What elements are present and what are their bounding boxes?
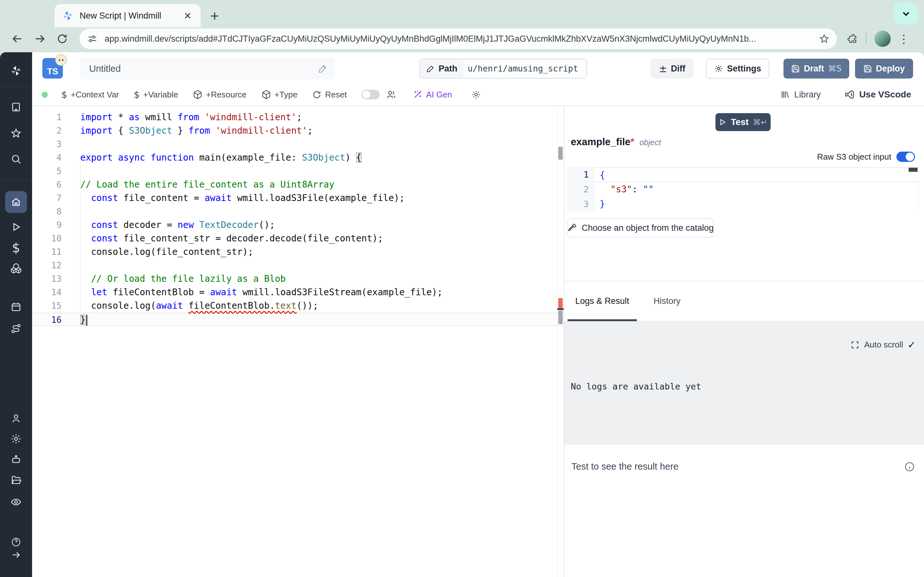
code-line[interactable]: 3: [32, 137, 564, 151]
line-number: 7: [32, 191, 80, 205]
line-number: 10: [32, 232, 80, 245]
json-input-editor[interactable]: 1{2 "s3": ""3}: [567, 166, 919, 213]
sidebar-item-variables[interactable]: $: [12, 242, 20, 254]
add-resource-button[interactable]: +Resource: [193, 90, 246, 100]
sidebar-item-schedules[interactable]: [10, 301, 22, 313]
sidebar-item-resources[interactable]: [10, 263, 22, 274]
code-line[interactable]: 14 let fileContentBlob = await wmill.loa…: [32, 285, 564, 299]
code-line[interactable]: 16}: [32, 313, 564, 326]
sidebar-item-audit-logs[interactable]: [10, 496, 22, 508]
site-settings-icon[interactable]: [87, 34, 97, 44]
settings-button[interactable]: Settings: [706, 59, 770, 79]
sidebar-item-workers[interactable]: [10, 454, 22, 466]
code-line[interactable]: 7 const file_content = await wmill.loadS…: [32, 191, 564, 205]
code-line[interactable]: 15 console.log(await fileContentBlob.tex…: [32, 299, 564, 313]
code-line[interactable]: 8: [32, 205, 564, 218]
language-badge: TS: [42, 58, 63, 79]
library-icon: [780, 90, 790, 99]
path-button[interactable]: Path u/henri/amusing_script: [419, 59, 587, 79]
sidebar-item-flows[interactable]: [10, 323, 22, 334]
raw-s3-toggle[interactable]: [897, 152, 915, 162]
sidebar-item-home[interactable]: [5, 191, 27, 213]
library-button[interactable]: Library: [780, 90, 821, 100]
tab-close-icon[interactable]: [181, 9, 194, 22]
sidebar-item-workspace[interactable]: [10, 101, 22, 113]
draft-shortcut: ⌘S: [828, 64, 842, 73]
browser-menu-icon[interactable]: ⋮: [898, 32, 909, 45]
choose-object-button[interactable]: Choose an object from the catalog: [567, 218, 714, 237]
line-number: 6: [32, 178, 80, 191]
code-line[interactable]: 10 const file_content_str = decoder.deco…: [32, 232, 564, 245]
dollar-icon: $: [134, 89, 140, 100]
code-line[interactable]: 13 // Or load the file lazily as a Blob: [32, 272, 564, 285]
add-context-var-button[interactable]: $ +Context Var: [61, 89, 119, 100]
sidebar-item-runs[interactable]: [10, 221, 22, 233]
expand-icon[interactable]: [851, 340, 859, 350]
forward-button[interactable]: [31, 30, 49, 48]
code-line[interactable]: 2import { S3Object } from 'windmill-clie…: [32, 124, 564, 137]
multiplayer-toggle[interactable]: [362, 90, 380, 99]
tab-history[interactable]: History: [646, 282, 688, 321]
test-shortcut: ⌘↵: [753, 118, 767, 127]
line-number: 15: [32, 299, 80, 313]
reset-button[interactable]: Reset: [312, 90, 347, 100]
new-tab-button[interactable]: [207, 8, 222, 24]
help-icon[interactable]: [11, 537, 21, 547]
code-line[interactable]: 6// Load the entire file_content as a Ui…: [32, 178, 564, 191]
code-editor[interactable]: 1import * as wmill from 'windmill-client…: [32, 106, 564, 577]
package-icon: [193, 90, 202, 99]
code-line[interactable]: 4export async function main(example_file…: [32, 151, 564, 164]
auto-scroll-control[interactable]: Auto scroll ✓: [851, 339, 916, 350]
line-number: 4: [32, 151, 80, 164]
windmill-app: $: [0, 52, 924, 577]
browser-tab[interactable]: New Script | Windmill: [55, 4, 200, 27]
sidebar-item-user[interactable]: [10, 413, 22, 424]
path-value: u/henri/amusing_script: [463, 59, 586, 78]
expand-sidebar-icon[interactable]: [11, 550, 21, 560]
ai-gen-button[interactable]: AI Gen: [413, 90, 452, 100]
code-line[interactable]: 1{: [567, 167, 919, 182]
logs-empty-text: No logs are available yet: [571, 382, 701, 392]
sidebar-item-settings[interactable]: [10, 433, 22, 445]
code-line[interactable]: 5: [32, 164, 564, 178]
windmill-favicon-icon: [62, 10, 73, 21]
script-title-input[interactable]: Untitled: [80, 58, 335, 79]
code-line[interactable]: 1import * as wmill from 'windmill-client…: [32, 111, 564, 124]
overview-ruler: [557, 106, 564, 577]
address-bar[interactable]: app.windmill.dev/scripts/add#JTdCJTIyaGF…: [79, 29, 837, 49]
check-icon[interactable]: ✓: [908, 339, 916, 350]
windmill-logo-icon[interactable]: [10, 65, 22, 77]
tab-logs-result[interactable]: Logs & Result: [567, 282, 637, 321]
code-line[interactable]: 3}: [567, 197, 919, 211]
sidebar-item-favorites[interactable]: [10, 127, 22, 139]
edit-title-icon[interactable]: [318, 64, 328, 73]
toggle-off[interactable]: [362, 90, 380, 99]
reload-button[interactable]: [53, 30, 71, 48]
test-button[interactable]: Test ⌘↵: [716, 113, 771, 131]
code-line[interactable]: 2 "s3": "": [567, 182, 919, 197]
code-line[interactable]: 12: [32, 259, 564, 272]
deploy-button[interactable]: Deploy: [855, 59, 913, 79]
search-icon[interactable]: [10, 153, 22, 165]
bookmark-star-icon[interactable]: [819, 33, 830, 44]
extensions-icon[interactable]: [846, 33, 857, 45]
draft-button[interactable]: Draft ⌘S: [783, 59, 849, 79]
code-line[interactable]: 9 const decoder = new TextDecoder();: [32, 218, 564, 232]
editor-settings-button[interactable]: [471, 90, 481, 99]
logs-pane: Auto scroll ✓ No logs are available yet: [564, 321, 924, 445]
line-number: 2: [567, 182, 595, 197]
use-vscode-button[interactable]: Use VScode: [845, 89, 911, 100]
scrollbar-thumb[interactable]: [909, 168, 918, 172]
diff-button[interactable]: ± Diff: [651, 59, 694, 79]
code-line[interactable]: 11 console.log(file_content_str);: [32, 245, 564, 259]
sidebar-item-folders[interactable]: [10, 474, 22, 486]
dollar-icon: $: [61, 89, 67, 100]
back-button[interactable]: [8, 30, 26, 48]
add-type-button[interactable]: +Type: [262, 90, 298, 100]
tab-search-button[interactable]: [894, 3, 918, 25]
profile-avatar[interactable]: [874, 31, 891, 47]
add-variable-button[interactable]: $ +Variable: [134, 89, 178, 100]
toolbar-divider: [866, 33, 867, 45]
play-icon: [718, 118, 727, 126]
info-icon[interactable]: [904, 461, 915, 472]
